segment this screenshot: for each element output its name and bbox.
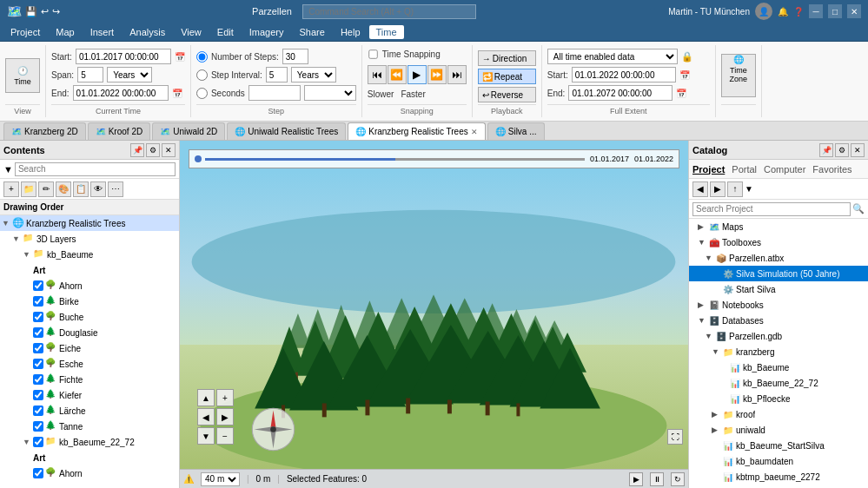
layer-birke[interactable]: 🌲 Birke: [0, 293, 179, 309]
catalog-up-btn[interactable]: ↑: [727, 181, 743, 197]
undo-icon[interactable]: ↩: [41, 6, 49, 17]
more-btn[interactable]: ⋯: [108, 181, 123, 197]
ahorn-check[interactable]: [33, 280, 43, 291]
ctree-kb-pfloecke[interactable]: 📊 kb_Pfloecke: [689, 391, 868, 406]
ctree-kroof[interactable]: ▶ 📁 kroof: [689, 406, 868, 422]
layer-item-3d[interactable]: ▼ 📁 3D Layers: [0, 231, 179, 247]
tab-uniwald-2d[interactable]: 🗺️ Uniwald 2D: [152, 122, 225, 140]
quick-save-icon[interactable]: 💾: [25, 6, 37, 17]
fichte-check[interactable]: [33, 374, 43, 385]
table-btn[interactable]: 📋: [73, 181, 89, 197]
tab-kroof-2d[interactable]: 🗺️ Kroof 2D: [88, 122, 150, 140]
menu-analysis[interactable]: Analysis: [123, 25, 172, 39]
catalog-tab-project[interactable]: Project: [692, 164, 725, 175]
contents-close-btn[interactable]: ✕: [162, 143, 176, 157]
interval-unit-select[interactable]: Years: [291, 67, 336, 82]
expand-icon[interactable]: ▼: [2, 219, 12, 228]
menu-insert[interactable]: Insert: [83, 25, 122, 39]
catalog-search-input[interactable]: [692, 202, 851, 216]
pan-right-btn[interactable]: ▶: [216, 408, 234, 425]
style-btn[interactable]: 🎨: [56, 181, 71, 197]
tab-close-4[interactable]: ✕: [471, 128, 478, 136]
layer-buche[interactable]: 🌳 Buche: [0, 309, 179, 325]
contents-search-input[interactable]: [15, 162, 176, 176]
laerche-check[interactable]: [33, 406, 43, 416]
ctree-silva-sim[interactable]: ⚙️ Silva Simulation (50 Jahre): [689, 266, 868, 281]
expand-kranzberg-db[interactable]: ▼: [712, 347, 722, 356]
zoom-out-btn[interactable]: −: [216, 427, 234, 445]
ctree-startsilva[interactable]: 📊 kb_Baeume_StartSilva: [689, 438, 868, 453]
tab-kranzberg-2d[interactable]: 🗺️ Kranzberg 2D: [3, 122, 86, 140]
repeat-btn[interactable]: 🔁 Repeat: [478, 69, 536, 84]
folder-btn[interactable]: 📁: [21, 181, 36, 197]
catalog-close-btn[interactable]: ✕: [851, 143, 865, 157]
scale-select[interactable]: 40 m: [201, 472, 240, 486]
close-btn[interactable]: ✕: [847, 4, 861, 18]
layer-laerche[interactable]: 🌲 Lärche: [0, 403, 179, 419]
expand-icon-3d[interactable]: ▼: [12, 234, 23, 243]
reverse-btn[interactable]: ↩ Reverse: [478, 87, 536, 102]
expand-toolboxes[interactable]: ▼: [698, 238, 708, 247]
menu-project[interactable]: Project: [3, 25, 47, 39]
expand-notebooks[interactable]: ▶: [698, 300, 708, 309]
layer-ahorn2[interactable]: 🌳 Ahorn: [0, 465, 179, 481]
ctree-kbtmp[interactable]: 📊 kbtmp_baeume_2272: [689, 469, 868, 485]
expand-uniwald[interactable]: ▶: [712, 425, 722, 434]
skip-to-start-btn[interactable]: ⏮: [368, 65, 387, 84]
timeline-track[interactable]: [205, 158, 585, 161]
layer-select[interactable]: [304, 85, 356, 101]
menu-share[interactable]: Share: [293, 25, 332, 39]
seconds-radio[interactable]: [196, 88, 208, 99]
ctree-waldwolke[interactable]: ▶ 🗄️ Waldwolke @ GeoDB.sde: [689, 485, 868, 488]
ctree-parzellen-atbx[interactable]: ▼ 📦 Parzellen.atbx: [689, 250, 868, 266]
menu-time[interactable]: Time: [369, 25, 404, 39]
ctree-maps[interactable]: ▶ 🗺️ Maps: [689, 219, 868, 234]
pan-left-btn[interactable]: ◀: [197, 408, 215, 425]
menu-help[interactable]: Help: [334, 25, 368, 39]
layer-tanne[interactable]: 🌲 Tanne: [0, 419, 179, 434]
ctree-uniwald[interactable]: ▶ 📁 uniwald: [689, 422, 868, 438]
span-unit-select[interactable]: Years: [107, 67, 152, 82]
add-data-btn[interactable]: +: [3, 181, 19, 197]
layer-item-kranzberg[interactable]: ▼ 🌐 Kranzberg Realistic Trees: [0, 215, 179, 231]
end-input[interactable]: [73, 85, 169, 101]
fullscreen-btn[interactable]: ⛶: [667, 429, 683, 445]
layer-input[interactable]: [248, 85, 301, 101]
douglasie-check[interactable]: [33, 327, 43, 338]
buche-check[interactable]: [33, 312, 43, 322]
tab-silva[interactable]: 🌐 Silva ...: [487, 122, 545, 140]
layer-fichte[interactable]: 🌲 Fichte: [0, 372, 179, 387]
step-back-btn[interactable]: ⏪: [388, 65, 407, 84]
birke-check[interactable]: [33, 296, 43, 307]
ctree-baumdaten[interactable]: 📊 kb_baumdaten: [689, 453, 868, 469]
calendar-icon[interactable]: 📅: [175, 52, 185, 62]
search-icon[interactable]: 🔍: [852, 203, 865, 214]
calendar4-icon[interactable]: 📅: [676, 89, 686, 98]
menu-imagery[interactable]: Imagery: [242, 25, 291, 39]
menu-view[interactable]: View: [174, 25, 209, 39]
ctree-kb-2272[interactable]: 📊 kb_Baeume_22_72: [689, 375, 868, 391]
contents-settings-btn[interactable]: ⚙: [146, 143, 160, 157]
steps-radio[interactable]: [196, 51, 208, 63]
esche-check[interactable]: [33, 359, 43, 369]
visible-btn[interactable]: 👁: [90, 181, 106, 197]
kb2272-check[interactable]: [33, 437, 43, 447]
minimize-btn[interactable]: ─: [809, 4, 823, 18]
catalog-forward-btn[interactable]: ▶: [710, 181, 726, 197]
pan-down-btn[interactable]: ▼: [197, 427, 215, 445]
eiche-check[interactable]: [33, 343, 43, 353]
calendar2-icon[interactable]: 📅: [172, 89, 182, 98]
catalog-settings-btn[interactable]: ⚙: [835, 143, 849, 157]
maximize-btn[interactable]: □: [828, 4, 842, 18]
catalog-pin-btn[interactable]: 📌: [819, 143, 833, 157]
ctree-kb-baeume[interactable]: 📊 kb_Baeume: [689, 359, 868, 375]
span-value-input[interactable]: [77, 67, 103, 82]
expand-databases[interactable]: ▼: [698, 316, 708, 325]
play-btn[interactable]: ▶: [407, 65, 427, 84]
expand-kroof[interactable]: ▶: [712, 410, 722, 419]
steps-input[interactable]: [282, 49, 308, 64]
layer-esche[interactable]: 🌳 Esche: [0, 356, 179, 372]
map-viewport[interactable]: 01.01.2017 01.01.2022: [180, 141, 688, 488]
expand-gdb[interactable]: ▼: [705, 332, 715, 340]
tab-uniwald-realistic[interactable]: 🌐 Uniwald Realistic Trees: [227, 122, 346, 140]
